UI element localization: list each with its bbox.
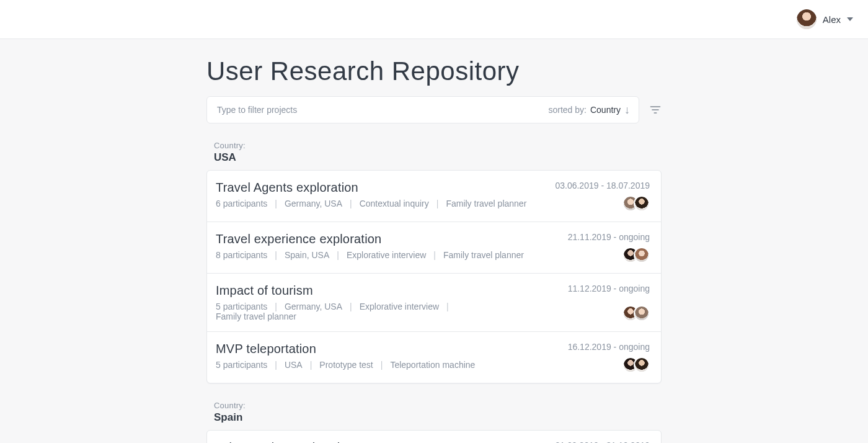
project-card[interactable]: Teleportation exploration 7 participants… (207, 431, 661, 443)
project-dates: 03.06.2019 - 18.07.2019 (555, 181, 650, 190)
project-card[interactable]: Impact of tourism 5 participants| German… (207, 274, 661, 332)
group-label: Country: (214, 141, 662, 150)
meta-method: Explorative interview (360, 302, 439, 311)
group-value: USA (214, 151, 662, 164)
meta-product: Teleportation machine (390, 360, 475, 370)
page-title: User Research Repository (206, 56, 662, 86)
group-label: Country: (214, 401, 662, 410)
arrow-down-icon: ↓ (624, 104, 630, 115)
filter-icon (649, 104, 662, 116)
user-name: Alex (823, 14, 841, 25)
avatar-stack (622, 305, 650, 321)
project-list: Travel Agents exploration 6 participants… (206, 170, 662, 383)
meta-countries: USA (285, 360, 303, 370)
meta-product: Family travel planner (446, 199, 526, 208)
chevron-down-icon (847, 17, 853, 21)
filter-row: sorted by: Country ↓ (206, 96, 662, 123)
filter-input[interactable] (216, 104, 548, 115)
project-meta: 5 participants| Germany, USA| Explorativ… (216, 302, 532, 321)
meta-countries: Spain, USA (285, 250, 329, 260)
project-list: Teleportation exploration 7 participants… (206, 430, 662, 443)
project-card[interactable]: MVP teleportation 5 participants| USA| P… (207, 332, 661, 383)
avatar-stack (622, 357, 650, 373)
collaborator-avatar (634, 247, 650, 263)
group-header: Country: USA (206, 141, 662, 164)
project-title: Impact of tourism (216, 284, 532, 298)
project-title: Travel experience exploration (216, 232, 524, 246)
main-column: User Research Repository sorted by: Coun… (206, 39, 662, 443)
meta-participants: 8 participants (216, 250, 267, 260)
meta-participants: 6 participants (216, 199, 267, 208)
meta-countries: Germany, USA (285, 302, 342, 311)
meta-method: Contextual inquiry (360, 199, 429, 208)
collaborator-avatar (634, 357, 650, 373)
meta-method: Explorative interview (347, 250, 426, 260)
project-title: MVP teleportation (216, 342, 475, 356)
group-value: Spain (214, 411, 662, 424)
filter-toggle-button[interactable] (649, 104, 662, 116)
project-meta: 5 participants| USA| Prototype test| Tel… (216, 360, 475, 370)
group-header: Country: Spain (206, 401, 662, 424)
meta-product: Family travel planner (216, 311, 296, 321)
project-card[interactable]: Travel experience exploration 8 particip… (207, 222, 661, 274)
project-dates: 11.12.2019 - ongoing (568, 284, 650, 293)
project-card[interactable]: Travel Agents exploration 6 participants… (207, 171, 661, 222)
meta-participants: 5 participants (216, 302, 267, 311)
project-dates: 01.09.2019 - 31.10.2019 (555, 441, 650, 443)
project-title: Travel Agents exploration (216, 181, 526, 195)
sort-control[interactable]: sorted by: Country ↓ (548, 104, 630, 115)
project-dates: 21.11.2019 - ongoing (568, 232, 650, 242)
project-meta: 6 participants| Germany, USA| Contextual… (216, 199, 526, 208)
sort-value: Country (590, 105, 621, 115)
avatar-stack (622, 195, 650, 212)
meta-method: Prototype test (319, 360, 373, 370)
meta-product: Family travel planner (443, 250, 524, 260)
avatar-stack (622, 247, 650, 263)
project-meta: 8 participants| Spain, USA| Explorative … (216, 250, 524, 260)
project-dates: 16.12.2019 - ongoing (568, 342, 650, 352)
top-bar: Alex (0, 0, 868, 39)
meta-countries: Germany, USA (285, 199, 342, 208)
user-menu[interactable]: Alex (797, 9, 853, 29)
collaborator-avatar (634, 305, 650, 321)
project-title: Teleportation exploration (216, 441, 495, 443)
meta-participants: 5 participants (216, 360, 267, 370)
sort-label: sorted by: (548, 105, 586, 115)
filter-box: sorted by: Country ↓ (206, 96, 639, 123)
collaborator-avatar (634, 195, 650, 212)
user-avatar (797, 9, 817, 29)
